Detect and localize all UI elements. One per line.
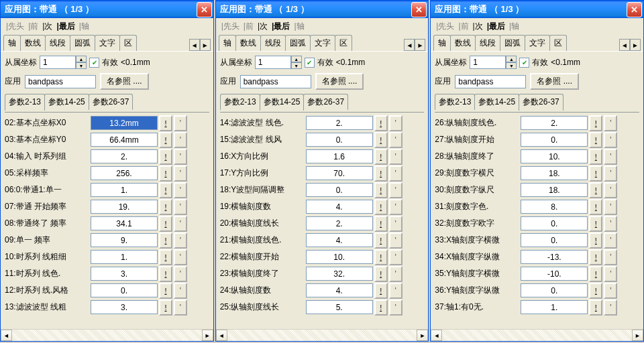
param-excl-button[interactable]: ! [159,216,172,232]
param-excl-button[interactable]: ! [589,216,602,232]
param-tick-button[interactable]: ' [389,165,402,182]
param-value-10[interactable]: 1. [91,250,158,264]
cat-tab-2[interactable]: 线段 [475,35,500,51]
param-tick-button[interactable]: ' [604,283,617,299]
param-excl-button[interactable]: ! [374,299,388,316]
cat-tab-1[interactable]: 数线 [450,35,476,51]
param-tick-button[interactable]: ' [604,165,617,182]
param-tick-button[interactable]: ' [174,115,187,131]
param-value-33[interactable]: 0. [521,233,588,247]
param-excl-button[interactable]: ! [374,199,388,215]
param-tick-button[interactable]: ' [174,132,187,148]
param-tick-button[interactable]: ' [604,299,617,316]
param-value-04[interactable]: 2. [91,149,158,163]
cat-tab-5[interactable]: 区 [335,35,352,51]
tab-scroll-left[interactable]: ◄ [404,39,415,51]
param-excl-button[interactable]: ! [374,232,388,249]
param-tab-1[interactable]: 参数14-25 [260,94,305,111]
param-tick-button[interactable]: ' [604,266,617,282]
param-tick-button[interactable]: ' [604,149,617,165]
param-tick-button[interactable]: ' [604,216,617,232]
spin-up[interactable]: ▲ [76,56,87,62]
hscroll-left[interactable]: ◄ [431,330,442,341]
cat-tab-0[interactable]: 轴 [433,35,451,51]
apply-input[interactable] [455,75,526,88]
param-value-18[interactable]: 0. [306,183,373,197]
coord-input[interactable] [255,56,291,69]
hscroll-left[interactable]: ◄ [216,330,227,341]
spin-up[interactable]: ▲ [506,56,517,62]
spin-down[interactable]: ▼ [506,62,517,69]
nav-next[interactable]: |次 [472,21,484,32]
param-tick-button[interactable]: ' [389,249,402,265]
param-tick-button[interactable]: ' [604,249,617,265]
param-tick-button[interactable]: ' [389,266,402,282]
param-excl-button[interactable]: ! [159,165,172,182]
cat-tab-1[interactable]: 数线 [235,35,261,51]
param-value-06[interactable]: 1. [91,183,158,197]
param-excl-button[interactable]: ! [374,283,388,299]
param-value-08[interactable]: 34.1 [91,216,158,230]
param-value-26[interactable]: 2. [521,116,588,130]
tab-scroll-right[interactable]: ► [630,39,641,51]
param-tick-button[interactable]: ' [174,299,187,316]
param-tick-button[interactable]: ' [389,182,402,198]
param-value-05[interactable]: 256. [91,166,158,180]
spin-down[interactable]: ▼ [291,62,302,69]
param-excl-button[interactable]: ! [374,266,388,282]
param-value-09[interactable]: 9. [91,233,158,247]
param-value-37[interactable]: 1. [521,300,588,314]
nav-last[interactable]: |最后 [270,21,291,32]
param-excl-button[interactable]: ! [589,232,602,249]
param-tick-button[interactable]: ' [604,182,617,198]
param-excl-button[interactable]: ! [589,266,602,282]
name-ref-button[interactable]: 名参照 .... [315,73,364,90]
param-tick-button[interactable]: ' [604,115,617,131]
param-tick-button[interactable]: ' [174,232,187,249]
param-value-22[interactable]: 10. [306,250,373,264]
param-value-24[interactable]: 4. [306,283,373,297]
param-excl-button[interactable]: ! [159,182,172,198]
param-value-19[interactable]: 4. [306,200,373,214]
param-tick-button[interactable]: ' [174,266,187,282]
param-tick-button[interactable]: ' [174,249,187,265]
param-tick-button[interactable]: ' [389,283,402,299]
param-tick-button[interactable]: ' [389,299,402,316]
nav-last[interactable]: |最后 [486,21,506,32]
param-excl-button[interactable]: ! [159,299,172,316]
param-value-25[interactable]: 5. [306,300,373,314]
param-value-12[interactable]: 0. [91,283,158,297]
param-value-29[interactable]: 18. [521,166,588,180]
cat-tab-1[interactable]: 数线 [20,35,46,51]
cat-tab-5[interactable]: 区 [119,35,137,51]
cat-tab-2[interactable]: 线段 [45,35,70,51]
param-excl-button[interactable]: ! [589,149,602,165]
param-value-15[interactable]: 0. [306,133,373,147]
cat-tab-3[interactable]: 圆弧 [500,35,525,51]
hscroll-right[interactable]: ► [417,330,428,341]
param-tick-button[interactable]: ' [174,182,187,198]
param-value-32[interactable]: 0. [521,216,588,230]
param-tick-button[interactable]: ' [389,115,402,131]
param-value-02[interactable]: 13.2mm [91,116,158,130]
param-excl-button[interactable]: ! [589,299,602,316]
tab-scroll-right[interactable]: ► [200,39,211,51]
param-value-27[interactable]: 0. [521,133,588,147]
spin-down[interactable]: ▼ [76,62,87,69]
spin-up[interactable]: ▲ [291,56,302,62]
param-tick-button[interactable]: ' [389,232,402,249]
param-excl-button[interactable]: ! [159,149,172,165]
param-value-34[interactable]: -13. [521,250,588,264]
param-value-14[interactable]: 2. [306,116,373,130]
param-excl-button[interactable]: ! [589,165,602,182]
param-tab-2[interactable]: 参数26-37 [519,94,564,111]
param-excl-button[interactable]: ! [159,199,172,215]
cat-tab-4[interactable]: 文字 [525,35,550,51]
cat-tab-5[interactable]: 区 [549,35,567,51]
param-tick-button[interactable]: ' [604,232,617,249]
tab-scroll-left[interactable]: ◄ [619,39,630,51]
hscroll-track[interactable] [227,330,417,341]
hscroll-right[interactable]: ► [632,330,643,341]
name-ref-button[interactable]: 名参照 .... [100,73,149,90]
param-value-11[interactable]: 3. [91,267,158,281]
